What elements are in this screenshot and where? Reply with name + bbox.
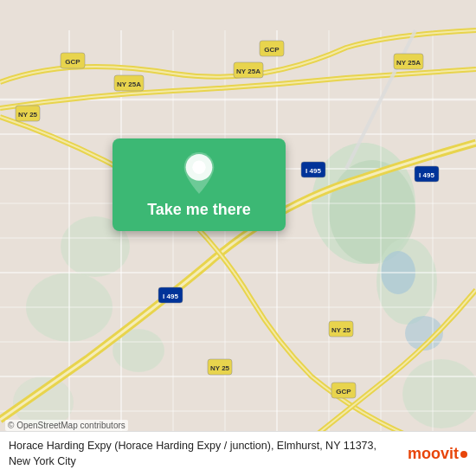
- svg-text:GCP: GCP: [264, 46, 280, 54]
- svg-text:I 495: I 495: [419, 171, 434, 179]
- take-me-there-label: Take me there: [147, 201, 251, 219]
- svg-point-56: [192, 161, 205, 174]
- svg-text:NY 25A: NY 25A: [117, 80, 141, 88]
- svg-text:NY 25: NY 25: [331, 326, 351, 334]
- moovit-logo-dot: [460, 451, 467, 458]
- location-text: Horace Harding Expy (Horace Harding Expy…: [9, 439, 401, 469]
- map-background: GCP GCP NY 25A NY 25A NY 25A NY 25 NY 25…: [0, 0, 476, 476]
- moovit-logo: moovit: [408, 445, 467, 463]
- moovit-logo-text: moovit: [408, 445, 459, 463]
- svg-text:I 495: I 495: [306, 167, 321, 175]
- svg-text:NY 25: NY 25: [210, 364, 230, 372]
- take-me-there-button[interactable]: Take me there: [113, 138, 286, 231]
- location-pin-icon: [182, 152, 216, 194]
- svg-text:NY 25A: NY 25A: [236, 68, 261, 75]
- svg-text:GCP: GCP: [336, 388, 351, 396]
- svg-text:I 495: I 495: [163, 293, 178, 300]
- svg-text:NY 25A: NY 25A: [396, 59, 421, 67]
- svg-text:GCP: GCP: [65, 58, 80, 66]
- bottom-bar: Horace Harding Expy (Horace Harding Expy…: [0, 431, 476, 476]
- osm-copyright: © OpenStreetMap contributors: [5, 420, 128, 431]
- map-container: GCP GCP NY 25A NY 25A NY 25A NY 25 NY 25…: [0, 0, 476, 476]
- svg-text:NY 25: NY 25: [18, 111, 38, 119]
